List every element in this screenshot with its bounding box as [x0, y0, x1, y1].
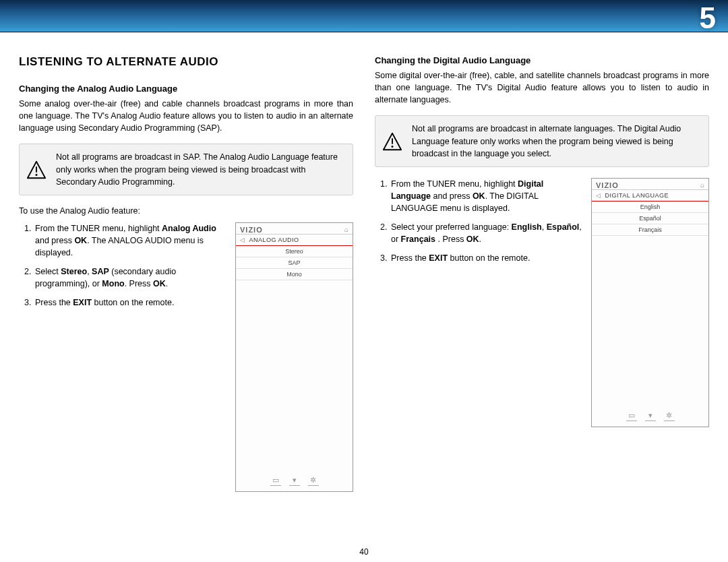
menu-item: SAP: [236, 257, 353, 269]
section-heading: LISTENING TO ALTERNATE AUDIO: [19, 55, 353, 69]
tv-menu-analog: VIZIO ⌂ ◁ ANALOG AUDIO Stereo SAP Mono ▭…: [235, 222, 353, 492]
warning-icon: [26, 160, 47, 180]
menu-item: English: [592, 201, 708, 213]
menu-item: Stereo: [236, 246, 353, 257]
wide-icon: ▭: [626, 411, 637, 421]
tv-menu-title: DIGITAL LANGUAGE: [605, 192, 669, 199]
left-column: LISTENING TO ALTERNATE AUDIO Changing th…: [19, 55, 353, 492]
step-3: Press the EXIT button on the remote.: [34, 296, 226, 309]
tv-menu-digital: VIZIO ⌂ ◁ DIGITAL LANGUAGE English Españ…: [591, 178, 709, 427]
chevron-down-icon: ▾: [645, 411, 656, 421]
chevron-down-icon: ▾: [289, 476, 300, 486]
step-2: Select your preferred language: English,…: [390, 221, 582, 245]
wide-icon: ▭: [270, 476, 281, 486]
menu-item: Français: [592, 224, 708, 236]
page-number: 40: [0, 547, 728, 557]
svg-point-1: [36, 174, 38, 176]
header-bar: 5: [0, 0, 728, 32]
tv-menu-title: ANALOG AUDIO: [249, 237, 299, 243]
chapter-number: 5: [700, 1, 716, 35]
steps-analog: From the TUNER menu, highlight Analog Au…: [19, 222, 226, 316]
subheading-analog: Changing the Analog Audio Language: [19, 84, 353, 94]
menu-item: Español: [592, 213, 708, 224]
step-1: From the TUNER menu, highlight Digital L…: [390, 178, 582, 214]
note-text-analog: Not all programs are broadcast in SAP. T…: [56, 151, 344, 187]
back-icon: ◁: [596, 192, 601, 199]
tv-brand: VIZIO: [596, 181, 619, 189]
gear-icon: ✲: [664, 411, 675, 421]
tv-footer-icons: ▭ ▾ ✲: [592, 407, 708, 427]
page-content: LISTENING TO ALTERNATE AUDIO Changing th…: [0, 32, 728, 492]
warning-icon: [382, 131, 402, 152]
tv-footer-icons: ▭ ▾ ✲: [236, 472, 353, 491]
right-column: Changing the Digital Audio Language Some…: [375, 55, 709, 492]
menu-item: Mono: [236, 269, 353, 280]
note-text-digital: Not all programs are broadcast in altern…: [412, 123, 700, 159]
note-analog: Not all programs are broadcast in SAP. T…: [19, 144, 353, 195]
home-icon: ⌂: [700, 181, 704, 189]
svg-point-3: [392, 146, 394, 148]
subheading-digital: Changing the Digital Audio Language: [375, 55, 709, 65]
intro-analog: Some analog over-the-air (free) and cabl…: [19, 98, 353, 134]
gear-icon: ✲: [308, 476, 319, 486]
intro-digital: Some digital over-the-air (free), cable,…: [375, 69, 709, 106]
back-icon: ◁: [240, 237, 245, 243]
note-digital: Not all programs are broadcast in altern…: [375, 115, 709, 166]
step-2: Select Stereo, SAP (secondary audio prog…: [34, 266, 226, 290]
lead-analog: To use the Analog Audio feature:: [19, 206, 353, 216]
tv-brand: VIZIO: [240, 226, 263, 234]
step-3: Press the EXIT button on the remote.: [390, 252, 582, 264]
home-icon: ⌂: [344, 226, 348, 233]
step-1: From the TUNER menu, highlight Analog Au…: [34, 222, 226, 259]
steps-digital: From the TUNER menu, highlight Digital L…: [375, 178, 582, 272]
